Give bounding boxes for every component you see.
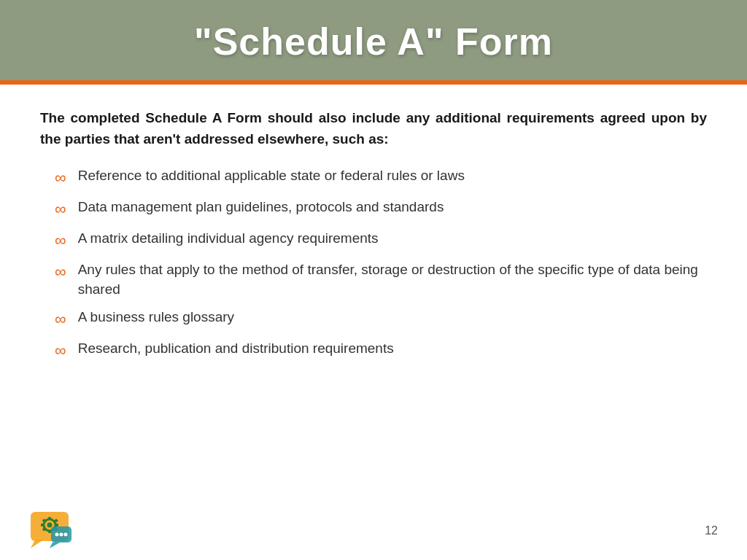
svg-point-13 [55, 533, 59, 537]
bullet-text: Data management plan guidelines, protoco… [78, 197, 707, 217]
footer: 12 [0, 505, 747, 560]
logo [29, 510, 74, 551]
svg-marker-1 [31, 540, 44, 548]
bullet-icon: ∞ [55, 166, 65, 190]
bullet-icon: ∞ [55, 198, 65, 221]
svg-point-3 [47, 523, 53, 528]
slide: "Schedule A" Form The completed Schedule… [0, 0, 747, 560]
svg-rect-4 [48, 517, 51, 520]
bullet-icon: ∞ [55, 229, 65, 252]
bullet-icon: ∞ [55, 260, 65, 284]
bullet-icon: ∞ [55, 308, 65, 331]
bullet-icon: ∞ [55, 339, 65, 362]
bullet-text: A business rules glossary [78, 307, 707, 327]
list-item: ∞A matrix detailing individual agency re… [55, 228, 707, 252]
list-item: ∞Any rules that apply to the method of t… [55, 260, 707, 300]
bullet-text: Reference to additional applicable state… [78, 166, 707, 186]
svg-point-14 [60, 533, 63, 537]
bullet-list: ∞Reference to additional applicable stat… [55, 166, 707, 370]
svg-rect-7 [55, 524, 58, 526]
svg-rect-5 [48, 530, 51, 533]
header-band: "Schedule A" Form [0, 0, 747, 80]
svg-rect-6 [41, 524, 44, 526]
content-area: The completed Schedule A Form should als… [0, 85, 747, 505]
list-item: ∞Data management plan guidelines, protoc… [55, 197, 707, 221]
bullet-text: A matrix detailing individual agency req… [78, 228, 707, 249]
svg-point-15 [64, 533, 68, 537]
page-number: 12 [705, 524, 718, 537]
bullet-text: Any rules that apply to the method of tr… [78, 260, 707, 300]
bullet-text: Research, publication and distribution r… [78, 338, 707, 359]
slide-title: "Schedule A" Form [194, 20, 553, 63]
svg-marker-16 [50, 542, 60, 548]
list-item: ∞Research, publication and distribution … [55, 338, 707, 362]
list-item: ∞A business rules glossary [55, 307, 707, 331]
intro-paragraph: The completed Schedule A Form should als… [40, 108, 707, 149]
list-item: ∞Reference to additional applicable stat… [55, 166, 707, 190]
